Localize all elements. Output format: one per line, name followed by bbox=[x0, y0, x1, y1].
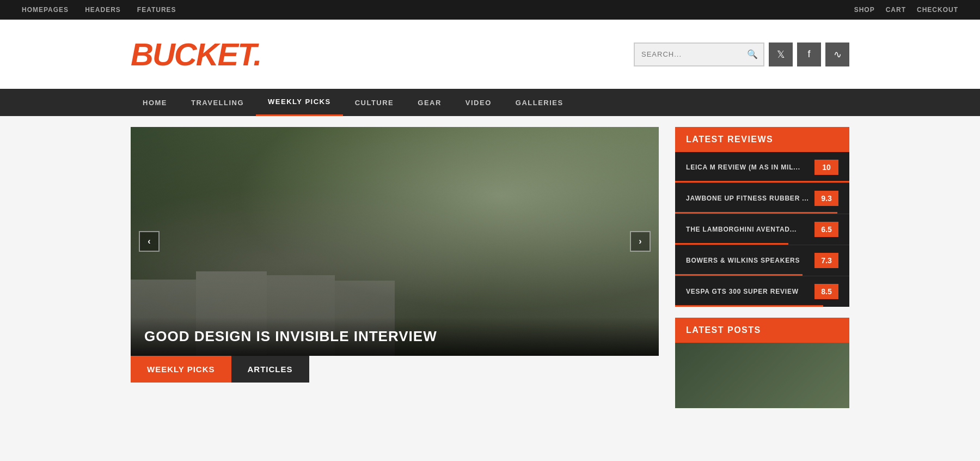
slider-next-button[interactable]: › bbox=[630, 231, 651, 252]
facebook-icon: f bbox=[807, 48, 810, 60]
search-button[interactable]: 🔍 bbox=[742, 49, 763, 59]
review-item[interactable]: BOWERS & WILKINS SPEAKERS 7.3 bbox=[675, 245, 849, 276]
tab-articles[interactable]: ARTICLES bbox=[231, 356, 309, 383]
header: BUCKET. 🔍 𝕏 f ∿ bbox=[0, 20, 980, 89]
twitter-button[interactable]: 𝕏 bbox=[769, 43, 793, 66]
review-bar bbox=[675, 305, 823, 307]
twitter-icon: 𝕏 bbox=[777, 48, 785, 60]
latest-posts-title: LATEST POSTS bbox=[675, 318, 849, 343]
review-text: JAWBONE UP FITNESS RUBBER ... bbox=[686, 195, 809, 202]
search-box: 🔍 bbox=[634, 43, 764, 66]
nav-galleries[interactable]: GALLERIES bbox=[504, 89, 575, 116]
search-input[interactable] bbox=[635, 50, 742, 58]
top-nav-homepages[interactable]: HOMEPAGES bbox=[22, 6, 69, 14]
latest-reviews-title: LATEST REVIEWS bbox=[675, 127, 849, 152]
top-nav: HOMEPAGES HEADERS FEATURES bbox=[22, 6, 176, 14]
review-bar bbox=[675, 181, 849, 183]
review-score: 6.5 bbox=[814, 222, 838, 237]
review-score: 7.3 bbox=[814, 253, 838, 268]
slider: GOOD DESIGN IS INVISIBLE INTERVIEW ‹ › bbox=[131, 127, 659, 356]
content-area: GOOD DESIGN IS INVISIBLE INTERVIEW ‹ › W… bbox=[0, 116, 980, 430]
review-bar bbox=[675, 274, 803, 276]
header-right: 🔍 𝕏 f ∿ bbox=[634, 43, 849, 66]
review-text: LEICA M REVIEW (M AS IN MIL... bbox=[686, 163, 809, 171]
review-score: 8.5 bbox=[814, 284, 838, 299]
review-score: 10 bbox=[814, 160, 838, 175]
review-item[interactable]: JAWBONE UP FITNESS RUBBER ... 9.3 bbox=[675, 183, 849, 214]
rss-button[interactable]: ∿ bbox=[825, 43, 849, 66]
tab-weekly-picks[interactable]: WEEKLY PICKS bbox=[131, 356, 231, 383]
slider-title: GOOD DESIGN IS INVISIBLE INTERVIEW bbox=[144, 328, 645, 345]
review-bar bbox=[675, 243, 788, 245]
review-item[interactable]: THE LAMBORGHINI AVENTAD... 6.5 bbox=[675, 214, 849, 245]
nav-culture[interactable]: CULTURE bbox=[343, 89, 406, 116]
site-logo[interactable]: BUCKET. bbox=[131, 36, 261, 72]
latest-reviews-section: LATEST REVIEWS LEICA M REVIEW (M AS IN M… bbox=[675, 127, 849, 307]
sidebar: LATEST REVIEWS LEICA M REVIEW (M AS IN M… bbox=[675, 127, 849, 419]
latest-posts-image bbox=[675, 343, 849, 408]
top-nav-cart[interactable]: CART bbox=[886, 6, 906, 14]
slider-caption: GOOD DESIGN IS INVISIBLE INTERVIEW bbox=[131, 317, 659, 356]
search-icon: 🔍 bbox=[747, 50, 758, 59]
review-item[interactable]: VESPA GTS 300 SUPER REVIEW 8.5 bbox=[675, 276, 849, 307]
review-text: THE LAMBORGHINI AVENTAD... bbox=[686, 226, 809, 233]
main-content: GOOD DESIGN IS INVISIBLE INTERVIEW ‹ › W… bbox=[131, 127, 659, 419]
slider-prev-button[interactable]: ‹ bbox=[139, 231, 160, 252]
review-text: BOWERS & WILKINS SPEAKERS bbox=[686, 257, 809, 264]
review-item[interactable]: LEICA M REVIEW (M AS IN MIL... 10 bbox=[675, 152, 849, 183]
nav-video[interactable]: VIDEO bbox=[454, 89, 504, 116]
top-bar: HOMEPAGES HEADERS FEATURES SHOP CART CHE… bbox=[0, 0, 980, 20]
main-nav: HOME TRAVELLING WEEKLY PICKS CULTURE GEA… bbox=[0, 89, 980, 116]
top-right-nav: SHOP CART CHECKOUT bbox=[854, 6, 958, 14]
nav-weekly-picks[interactable]: WEEKLY PICKS bbox=[256, 89, 343, 116]
top-nav-shop[interactable]: SHOP bbox=[854, 6, 875, 14]
top-nav-headers[interactable]: HEADERS bbox=[85, 6, 121, 14]
review-text: VESPA GTS 300 SUPER REVIEW bbox=[686, 288, 809, 295]
nav-gear[interactable]: GEAR bbox=[406, 89, 454, 116]
facebook-button[interactable]: f bbox=[797, 43, 821, 66]
nav-home[interactable]: HOME bbox=[131, 89, 179, 116]
top-nav-features[interactable]: FEATURES bbox=[137, 6, 176, 14]
nav-travelling[interactable]: TRAVELLING bbox=[179, 89, 256, 116]
tabs-bar: WEEKLY PICKS ARTICLES bbox=[131, 356, 659, 383]
latest-posts-section: LATEST POSTS bbox=[675, 318, 849, 408]
review-bar bbox=[675, 212, 837, 214]
review-score: 9.3 bbox=[814, 191, 838, 206]
rss-icon: ∿ bbox=[834, 48, 842, 60]
top-nav-checkout[interactable]: CHECKOUT bbox=[917, 6, 958, 14]
